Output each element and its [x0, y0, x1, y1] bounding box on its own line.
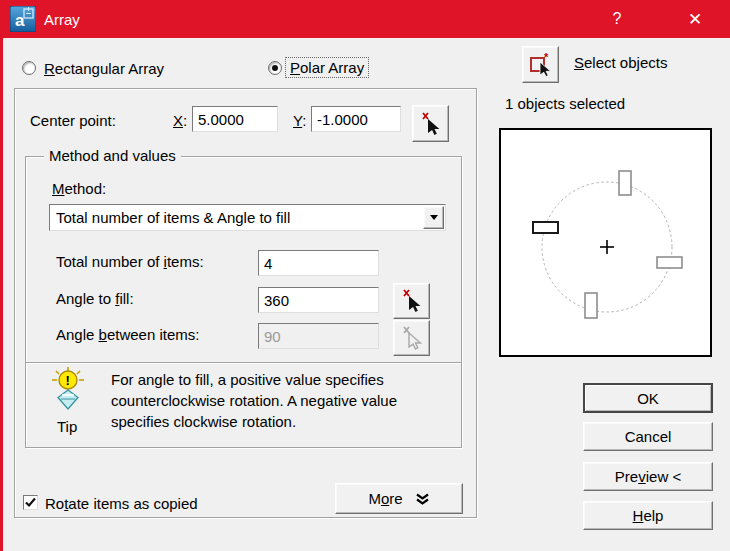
- array-preview-panel: [499, 128, 712, 357]
- titlebar-help-button[interactable]: ?: [594, 0, 640, 38]
- preview-button-label: Preview <: [615, 468, 681, 485]
- help-button-label: Help: [633, 507, 664, 524]
- x-label: X:: [173, 112, 187, 129]
- rotate-items-checkbox[interactable]: [23, 495, 38, 510]
- pick-angle-icon: [400, 288, 424, 314]
- rotate-items-label[interactable]: Rotate items as copied: [45, 495, 198, 512]
- ok-button[interactable]: OK: [583, 383, 713, 413]
- method-group-title: Method and values: [44, 147, 181, 164]
- pick-center-point-button[interactable]: [412, 105, 449, 142]
- y-label: Y:: [293, 112, 306, 129]
- autocad-app-icon: a: [10, 6, 36, 32]
- pick-angle-disabled-icon: [400, 325, 424, 351]
- select-objects-icon: *: [528, 52, 554, 78]
- x-input[interactable]: 5.0000: [192, 106, 278, 132]
- total-items-input[interactable]: 4: [258, 250, 379, 276]
- angle-to-fill-input[interactable]: 360: [258, 287, 379, 313]
- help-button[interactable]: Help: [583, 501, 713, 530]
- pick-point-icon: [419, 111, 443, 137]
- window-border: [0, 38, 3, 551]
- cancel-button[interactable]: Cancel: [583, 422, 713, 451]
- tip-lightbulb-icon: !: [49, 367, 87, 411]
- pick-angle-between-button-disabled: [393, 320, 430, 356]
- objects-selected-status: 1 objects selected: [505, 95, 625, 112]
- total-items-label: Total number of items:: [56, 253, 204, 270]
- array-dialog: a Array ? ✕ Rectangular Array Polar Arra…: [0, 0, 730, 551]
- tip-divider: [26, 362, 461, 364]
- y-input[interactable]: -1.0000: [311, 106, 401, 132]
- more-button-label: More: [368, 490, 402, 507]
- angle-to-fill-label: Angle to fill:: [56, 290, 134, 307]
- method-dropdown-value: Total number of items & Angle to fill: [56, 209, 290, 226]
- center-point-label: Center point:: [30, 112, 116, 129]
- titlebar-close-button[interactable]: ✕: [668, 0, 722, 38]
- polar-array-preview-graphic: [501, 130, 710, 355]
- svg-text:*: *: [544, 52, 549, 63]
- angle-between-items-input: 90: [258, 323, 379, 349]
- polar-array-radio[interactable]: [268, 61, 282, 75]
- angle-between-items-label: Angle between items:: [56, 326, 199, 343]
- title-bar[interactable]: a Array ? ✕: [0, 0, 730, 38]
- pick-angle-to-fill-button[interactable]: [393, 283, 430, 319]
- polar-array-label[interactable]: Polar Array: [285, 57, 369, 78]
- tip-text: For angle to fill, a positive value spec…: [111, 369, 449, 432]
- chevron-down-icon: [430, 215, 438, 220]
- tip-label: Tip: [57, 418, 77, 435]
- preview-button[interactable]: Preview <: [583, 462, 713, 491]
- more-button[interactable]: More: [335, 483, 463, 514]
- method-and-values-group: Method and values Method: Total number o…: [25, 156, 462, 448]
- svg-text:!: !: [66, 373, 70, 388]
- method-dropdown[interactable]: Total number of items & Angle to fill: [49, 204, 446, 231]
- method-dropdown-arrow-button[interactable]: [423, 206, 444, 229]
- select-objects-button[interactable]: *: [522, 46, 559, 83]
- checkmark-icon: [24, 496, 37, 509]
- rectangular-array-radio[interactable]: [22, 61, 36, 75]
- select-objects-label: Select objects: [574, 54, 667, 71]
- more-expand-icon: [415, 493, 430, 505]
- method-label: Method:: [52, 180, 106, 197]
- rectangular-array-label[interactable]: Rectangular Array: [44, 60, 164, 77]
- window-title: Array: [44, 0, 80, 38]
